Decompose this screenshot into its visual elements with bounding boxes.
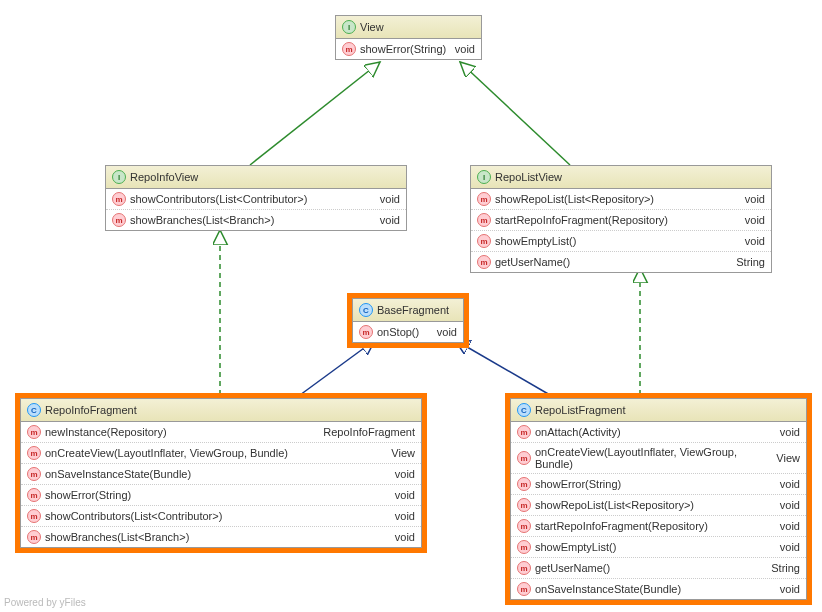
method-icon: m	[517, 582, 531, 596]
method-icon: m	[477, 213, 491, 227]
method-icon: m	[112, 192, 126, 206]
method-icon: m	[517, 519, 531, 533]
method-icon: m	[27, 467, 41, 481]
class-basefragment[interactable]: CBaseFragment monStop()void	[352, 298, 464, 343]
method-icon: m	[27, 530, 41, 544]
method-icon: m	[517, 425, 531, 439]
method-icon: m	[517, 477, 531, 491]
method-icon: m	[342, 42, 356, 56]
interface-icon: I	[112, 170, 126, 184]
interface-icon: I	[342, 20, 356, 34]
method-icon: m	[27, 446, 41, 460]
method-icon: m	[517, 451, 531, 465]
interface-icon: I	[477, 170, 491, 184]
class-view[interactable]: IView mshowError(String)void	[335, 15, 482, 60]
class-repolistview[interactable]: IRepoListView mshowRepoList(List<Reposit…	[470, 165, 772, 273]
svg-line-5	[455, 340, 550, 395]
method-icon: m	[517, 561, 531, 575]
svg-line-1	[460, 62, 570, 165]
method-icon: m	[27, 425, 41, 439]
class-name: BaseFragment	[377, 304, 449, 316]
method-icon: m	[517, 540, 531, 554]
class-repoinfofragment[interactable]: CRepoInfoFragment mnewInstance(Repositor…	[20, 398, 422, 548]
class-name: RepoInfoFragment	[45, 404, 137, 416]
method-icon: m	[477, 192, 491, 206]
class-icon: C	[27, 403, 41, 417]
method-icon: m	[517, 498, 531, 512]
method-icon: m	[359, 325, 373, 339]
class-icon: C	[359, 303, 373, 317]
class-repoinfoview[interactable]: IRepoInfoView mshowContributors(List<Con…	[105, 165, 407, 231]
class-name: View	[360, 21, 384, 33]
method-icon: m	[477, 255, 491, 269]
svg-line-4	[300, 340, 375, 395]
method-icon: m	[112, 213, 126, 227]
method-icon: m	[477, 234, 491, 248]
method-icon: m	[27, 488, 41, 502]
svg-line-0	[250, 62, 380, 165]
class-icon: C	[517, 403, 531, 417]
class-name: RepoListFragment	[535, 404, 626, 416]
method-icon: m	[27, 509, 41, 523]
class-name: RepoInfoView	[130, 171, 198, 183]
class-repolistfragment[interactable]: CRepoListFragment monAttach(Activity)voi…	[510, 398, 807, 600]
class-name: RepoListView	[495, 171, 562, 183]
footer-text: Powered by yFiles	[4, 597, 86, 608]
